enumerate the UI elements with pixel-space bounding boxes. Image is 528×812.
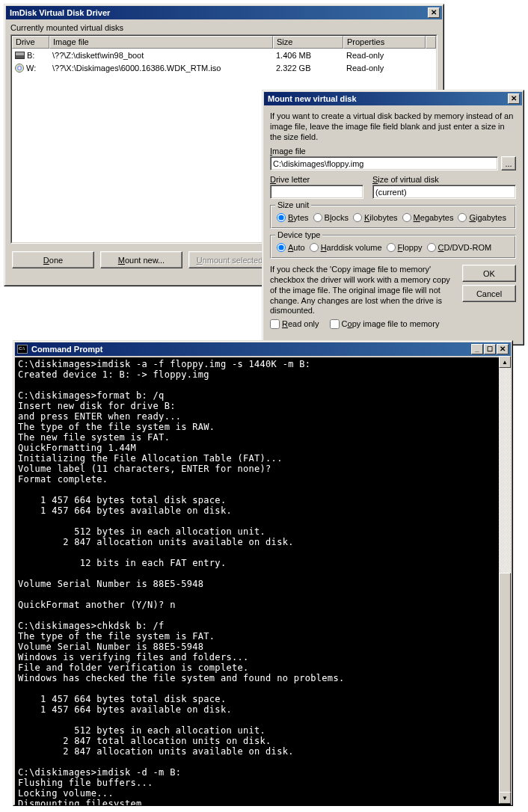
col-drive[interactable]: Drive xyxy=(12,36,49,49)
command-prompt-window: Command Prompt _ ☐ ✕ C:\diskimages>imdis… xyxy=(13,340,513,806)
size-unit-group: Size unit Bytes Blocks Kilobytes Megabyt… xyxy=(270,205,516,229)
size-input[interactable] xyxy=(372,185,516,199)
maximize-icon[interactable]: ☐ xyxy=(484,344,496,354)
cmd-title: Command Prompt xyxy=(30,345,102,354)
list-header: Drive Image file Size Properties xyxy=(12,36,436,49)
copymem-checkbox[interactable]: Copy image file to memory xyxy=(330,319,440,330)
floppy-icon xyxy=(15,52,25,59)
table-row[interactable]: B: \??\Z:\diskett\win98_boot 1.406 MB Re… xyxy=(12,49,436,61)
col-size[interactable]: Size xyxy=(273,36,343,49)
radio-auto[interactable]: Auto xyxy=(277,243,305,252)
radio-blocks[interactable]: Blocks xyxy=(313,213,349,222)
close-icon[interactable]: ✕ xyxy=(508,93,520,104)
done-button[interactable]: Done xyxy=(12,251,94,268)
mount-intro: If you want to create a virtual disk bac… xyxy=(270,111,516,142)
cmd-titlebar[interactable]: Command Prompt _ ☐ ✕ xyxy=(15,342,511,356)
minimize-icon[interactable]: _ xyxy=(471,344,483,354)
cd-icon xyxy=(15,64,24,73)
ok-button[interactable]: OK xyxy=(462,265,516,282)
table-row[interactable]: W: \??\X:\Diskimages\6000.16386.WDK_RTM.… xyxy=(12,61,436,74)
cancel-button[interactable]: Cancel xyxy=(462,285,516,302)
image-file-input[interactable] xyxy=(270,156,498,170)
cmd-scrollbar[interactable]: ▲ ▼ xyxy=(499,356,511,804)
size-label: Size of virtual disk xyxy=(372,175,516,184)
radio-harddisk[interactable]: Harddisk volume xyxy=(310,243,382,252)
close-icon[interactable]: ✕ xyxy=(497,344,509,354)
scroll-down-icon[interactable]: ▼ xyxy=(499,792,511,804)
drive-letter-label: Drive letter xyxy=(270,175,363,184)
mount-dialog: Mount new virtual disk ✕ If you want to … xyxy=(262,90,524,345)
drive-letter-input[interactable] xyxy=(270,185,363,199)
radio-cddvd[interactable]: CD/DVD-ROM xyxy=(427,243,492,252)
cmd-output[interactable]: C:\diskimages>imdisk -a -f floppy.img -s… xyxy=(15,357,511,805)
radio-megabytes[interactable]: Megabytes xyxy=(402,213,454,222)
mount-title: Mount new virtual disk xyxy=(266,94,357,103)
main-titlebar[interactable]: ImDisk Virtual Disk Driver ✕ xyxy=(6,6,442,19)
col-props[interactable]: Properties xyxy=(343,36,426,49)
radio-kilobytes[interactable]: Kilobytes xyxy=(353,213,398,222)
radio-gigabytes[interactable]: Gigabytes xyxy=(458,213,506,222)
copy-note: If you check the 'Copy image file to mem… xyxy=(270,265,456,316)
unmount-button: Unmount selected xyxy=(188,251,271,268)
main-title: ImDisk Virtual Disk Driver xyxy=(8,8,110,17)
col-image[interactable]: Image file xyxy=(49,36,273,49)
cmd-icon xyxy=(17,345,28,354)
radio-bytes[interactable]: Bytes xyxy=(277,213,309,222)
mount-new-button[interactable]: Mount new... xyxy=(100,251,182,268)
image-file-label: Image file xyxy=(270,147,516,156)
radio-floppy[interactable]: Floppy xyxy=(387,243,423,252)
readonly-checkbox[interactable]: Read only xyxy=(270,319,319,330)
mount-titlebar[interactable]: Mount new virtual disk ✕ xyxy=(264,92,522,105)
close-icon[interactable]: ✕ xyxy=(428,7,440,18)
main-subtitle: Currently mounted virtual disks xyxy=(4,21,443,34)
device-type-group: Device type Auto Harddisk volume Floppy … xyxy=(270,235,516,259)
scroll-up-icon[interactable]: ▲ xyxy=(499,356,511,368)
scroll-thumb[interactable] xyxy=(499,573,511,794)
browse-button[interactable]: ... xyxy=(501,156,516,170)
